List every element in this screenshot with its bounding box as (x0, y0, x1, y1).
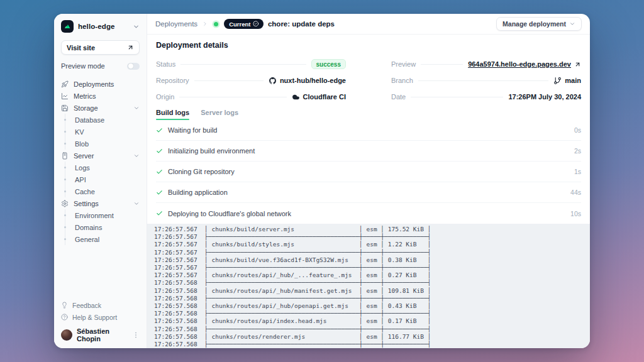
team-switcher[interactable]: hello-edge (61, 19, 140, 33)
nuxthub-logo-icon (63, 22, 72, 31)
detail-value-repository: nuxt-hub/hello-edge (269, 77, 346, 85)
build-step-building-application[interactable]: Building application44s (156, 182, 581, 203)
detail-label: Status (156, 60, 175, 68)
chevron-down-icon (133, 200, 140, 207)
build-step-duration: 0s (574, 126, 581, 134)
leader-line (194, 80, 264, 81)
detail-value-text: 17:26PM July 30, 2024 (508, 93, 581, 101)
user-name: Sébastien Chopin (77, 327, 128, 343)
detail-value-branch: main (553, 77, 581, 85)
detail-value-origin: Cloudflare CI (292, 93, 346, 101)
build-log-console[interactable]: 17:26:57.567 │ chunks/build/server.mjs │… (147, 224, 590, 348)
detail-label: Date (391, 93, 406, 101)
manage-deployment-button[interactable]: Manage deployment (496, 17, 582, 31)
page-title: chore: update deps (268, 20, 335, 28)
sidebar-item-label: Storage (74, 104, 98, 112)
current-badge-label: Current (229, 21, 250, 28)
sidebar-item-storage[interactable]: Storage (61, 102, 140, 114)
console-line: 17:26:57.568 │ chunks/routes/api/_hub/ma… (154, 287, 590, 295)
detail-value-preview[interactable]: 964a5974.hello-edge.pages.dev (468, 60, 581, 68)
preview-link[interactable]: 964a5974.hello-edge.pages.dev (468, 60, 571, 68)
manage-deployment-label: Manage deployment (502, 20, 566, 28)
sidebar-item-settings[interactable]: Settings (61, 197, 140, 209)
sidebar-nav: DeploymentsMetricsStorageDatabaseKVBlobS… (61, 78, 140, 245)
console-line: 17:26:57.567 ├──────────────────────────… (154, 264, 590, 272)
detail-value-text: Cloudflare CI (303, 93, 346, 101)
sidebar-item-server[interactable]: Server (61, 150, 140, 162)
build-step-label: Cloning Git repository (168, 168, 235, 175)
console-line: 17:26:57.567 │ chunks/build/server.mjs │… (154, 226, 590, 233)
tab-server-logs[interactable]: Server logs (201, 109, 238, 120)
build-step-initializing-build-environment[interactable]: Initializing build environment2s (156, 141, 581, 162)
check-circle-icon (253, 21, 259, 27)
sidebar-item-metrics[interactable]: Metrics (61, 90, 140, 102)
console-line: 17:26:57.568 │ chunks/routes/api/_hub/op… (154, 302, 590, 310)
leader-line (179, 97, 286, 97)
sidebar-subitem-cache[interactable]: Cache (61, 185, 140, 197)
live-status-dot (214, 22, 218, 26)
deployment-details-section: Deployment details StatussuccessReposito… (147, 35, 590, 105)
build-step-cloning-git-repository[interactable]: Cloning Git repository1s (156, 162, 581, 182)
arrow-up-right-icon (127, 44, 134, 51)
user-menu[interactable]: Sébastien Chopin (61, 328, 140, 342)
detail-row-branch: Branchmain (391, 72, 581, 89)
sidebar-subitem-kv[interactable]: KV (61, 126, 140, 138)
chevron-down-icon (133, 105, 140, 111)
logs-tabs: Build logsServer logs (147, 105, 590, 120)
branch-icon (553, 77, 562, 85)
sidebar-subitem-label: API (75, 176, 86, 184)
sidebar-item-deployments[interactable]: Deployments (61, 78, 140, 90)
detail-column: Preview964a5974.hello-edge.pages.devBran… (391, 56, 581, 105)
build-step-deploying-to-cloudflare-s-global-network[interactable]: Deploying to Cloudflare's global network… (156, 203, 581, 224)
ellipsis-vertical-icon[interactable] (132, 331, 140, 339)
build-step-label: Building application (168, 189, 228, 196)
console-line: 17:26:57.568 ├──────────────────────────… (154, 295, 590, 302)
sidebar-subitem-environment[interactable]: Environment (61, 209, 140, 221)
console-line: 17:26:57.567 ├──────────────────────────… (154, 249, 590, 256)
storage-icon (61, 104, 69, 112)
leader-line (421, 64, 463, 65)
sidebar-footer-feedback[interactable]: Feedback (61, 300, 140, 310)
tab-build-logs[interactable]: Build logs (156, 109, 189, 120)
check-icon (156, 148, 163, 155)
sidebar-subitem-label: Blob (75, 140, 89, 148)
status-badge: success (311, 59, 346, 69)
chevron-down-icon (569, 21, 575, 27)
sidebar-subitem-blob[interactable]: Blob (61, 138, 140, 150)
build-step-label: Initializing build environment (168, 147, 255, 155)
console-line: 17:26:57.568 ├──────────────────────────… (154, 310, 590, 317)
sidebar: hello-edge Visit site Preview mode Deplo… (54, 14, 147, 348)
breadcrumb-deployments[interactable]: Deployments (155, 20, 197, 28)
sidebar-subitem-logs[interactable]: Logs (61, 162, 140, 173)
detail-row-preview: Preview964a5974.hello-edge.pages.dev (391, 56, 581, 72)
deployment-details-grid: StatussuccessRepositorynuxt-hub/hello-ed… (156, 56, 581, 105)
sidebar-subitem-domains[interactable]: Domains (61, 221, 140, 233)
sidebar-subitem-api[interactable]: API (61, 173, 140, 185)
sidebar-footer-help-support[interactable]: Help & Support (61, 312, 140, 322)
build-steps-list: Waiting for build0sInitializing build en… (147, 120, 590, 224)
detail-row-repository: Repositorynuxt-hub/hello-edge (156, 72, 346, 89)
check-icon (156, 127, 163, 134)
cloud-icon (292, 93, 300, 101)
sidebar-subitem-general[interactable]: General (61, 233, 140, 245)
chart-icon (61, 92, 69, 100)
leader-line (418, 80, 548, 81)
sidebar-subitem-database[interactable]: Database (61, 114, 140, 126)
console-line: 17:26:57.567 │ chunks/build/vue.f36acd1f… (154, 256, 590, 264)
detail-value-status: success (311, 59, 346, 69)
toggle-knob (128, 63, 133, 69)
sidebar-subitem-label: Database (75, 116, 104, 124)
check-icon (156, 189, 163, 196)
detail-label: Preview (391, 60, 416, 68)
visit-site-button[interactable]: Visit site (61, 40, 140, 55)
build-step-waiting-for-build[interactable]: Waiting for build0s (156, 120, 581, 141)
sidebar-subitem-label: Environment (75, 212, 114, 219)
check-icon (156, 168, 163, 175)
preview-mode-row: Preview mode (61, 62, 140, 70)
preview-mode-toggle[interactable] (127, 63, 140, 70)
detail-label: Origin (156, 93, 174, 101)
sidebar-footer-label: Help & Support (72, 314, 117, 321)
preview-mode-label: Preview mode (61, 62, 105, 70)
github-icon (269, 77, 277, 85)
console-line: 17:26:57.568 │ chunks/routes/renderer.mj… (154, 333, 590, 341)
